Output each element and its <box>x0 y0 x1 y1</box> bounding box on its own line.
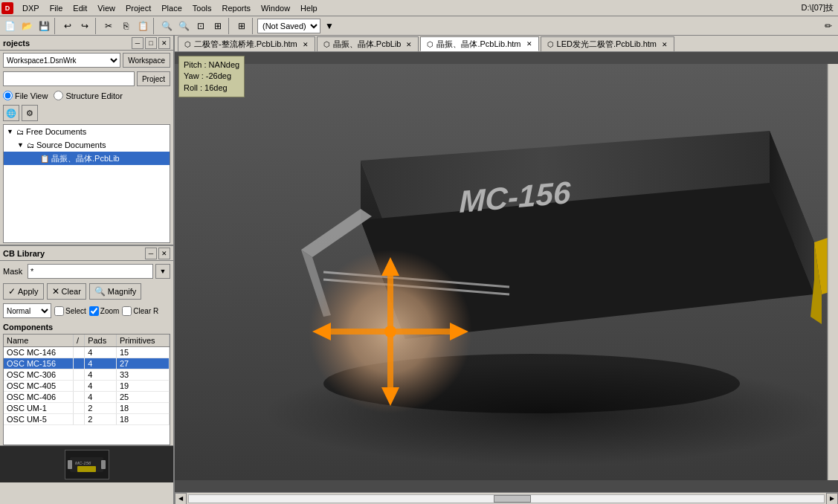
table-row[interactable]: OSC MC-146415 <box>4 347 170 358</box>
select-checkbox[interactable] <box>54 306 64 316</box>
3d-viewport[interactable]: Pitch : NANdeg Yaw : -26deg Roll : 16deg <box>175 52 838 492</box>
zoom-check-label[interactable]: Zoom <box>89 306 120 316</box>
tb-not-saved-select[interactable]: (Not Saved) <box>257 19 320 33</box>
main-area: rojects ─ □ ✕ Workspace1.DsnWrk Workspac… <box>0 36 838 504</box>
cblibrary-header: CB Library ─ ✕ <box>0 246 173 261</box>
view-icon-2[interactable]: ⚙ <box>22 105 38 121</box>
tb-pencil[interactable]: ✏ <box>820 18 837 34</box>
file-view-radio[interactable]: File View <box>3 91 48 100</box>
clear-button[interactable]: ✕ Clear <box>47 283 86 300</box>
tb-sep-1 <box>54 18 57 34</box>
menu-project[interactable]: Project <box>121 2 155 14</box>
tb-redo[interactable]: ↪ <box>77 18 93 34</box>
workspace-button[interactable]: Workspace <box>123 53 170 68</box>
tb-zoom-fit[interactable]: ⊡ <box>193 18 209 34</box>
scroll-right-btn[interactable]: ▶ <box>826 493 838 505</box>
bottom-preview: MC-156 <box>0 445 173 482</box>
menu-help[interactable]: Help <box>296 2 322 14</box>
h-scroll-track[interactable] <box>188 494 825 503</box>
components-table-container[interactable]: Name / Pads Primitives OSC MC-146415OSC … <box>3 334 170 445</box>
right-content: ⬡ 二极管-整流桥堆.PcbLib.htm ✕ ⬡ 晶振、晶体.PcbLib ✕… <box>175 36 838 504</box>
pitch-overlay: Pitch : NANdeg Yaw : -26deg Roll : 16deg <box>178 56 245 97</box>
panel-maximize-btn[interactable]: □ <box>145 37 157 49</box>
tab-close-3[interactable]: ✕ <box>662 41 668 48</box>
tb-grid[interactable]: ⊞ <box>233 18 250 34</box>
clear-r-checkbox[interactable] <box>122 306 132 316</box>
app-logo: D <box>1 2 13 14</box>
cblibrary-minimize-btn[interactable]: ─ <box>145 248 157 259</box>
tab-1[interactable]: ⬡ 晶振、晶体.PcbLib ✕ <box>317 36 419 51</box>
col-sort[interactable]: / <box>74 335 85 347</box>
scroll-left-btn[interactable]: ◀ <box>175 493 187 505</box>
project-input[interactable] <box>3 71 135 86</box>
workspace-select[interactable]: Workspace1.DsnWrk <box>3 53 120 68</box>
tab-label-3: LED发光二极管.PcbLib.htm <box>557 39 657 50</box>
clear-r-check-text: Clear R <box>133 307 158 315</box>
tab-0[interactable]: ⬡ 二极管-整流桥堆.PcbLib.htm ✕ <box>178 36 315 51</box>
tb-dropdown[interactable]: ▼ <box>321 18 338 34</box>
file-tree[interactable]: ▼ 🗂 Free Documents ▼ 🗂 Source Documents … <box>3 124 170 243</box>
clear-r-check-label[interactable]: Clear R <box>122 306 158 316</box>
tab-3[interactable]: ⬡ LED发光二极管.PcbLib.htm ✕ <box>541 36 674 51</box>
menu-place[interactable]: Place <box>157 2 187 14</box>
tab-icon-0: ⬡ <box>184 40 191 48</box>
tb-copy[interactable]: ⎘ <box>117 18 134 34</box>
tab-close-0[interactable]: ✕ <box>303 41 309 48</box>
menu-edit[interactable]: Edit <box>68 2 91 14</box>
structure-editor-radio[interactable]: Structure Editor <box>54 91 122 100</box>
project-row: Project <box>0 70 173 88</box>
mask-dropdown-btn[interactable]: ▼ <box>155 264 170 279</box>
menu-window[interactable]: Window <box>257 2 294 14</box>
select-check-label[interactable]: Select <box>54 306 86 316</box>
tab-label-0: 二极管-整流桥堆.PcbLib.htm <box>194 39 297 50</box>
tb-save[interactable]: 💾 <box>36 18 52 34</box>
panel-minimize-btn[interactable]: ─ <box>132 37 144 49</box>
table-row[interactable]: OSC UM-5218 <box>4 414 170 425</box>
tb-cut[interactable]: ✂ <box>100 18 117 34</box>
view-icon-1[interactable]: 🌐 <box>3 105 19 121</box>
normal-select[interactable]: Normal <box>3 303 51 318</box>
tab-close-2[interactable]: ✕ <box>526 40 532 48</box>
table-row[interactable]: OSC UM-1218 <box>4 403 170 414</box>
tab-2[interactable]: ⬡ 晶振、晶体.PcbLib.htm ✕ <box>420 36 538 51</box>
col-primitives[interactable]: Primitives <box>116 335 169 347</box>
project-button[interactable]: Project <box>137 71 170 86</box>
tb-paste[interactable]: 📋 <box>135 18 151 34</box>
svg-rect-1 <box>68 460 72 469</box>
table-row[interactable]: OSC MC-306433 <box>4 369 170 381</box>
tb-undo[interactable]: ↩ <box>59 18 76 34</box>
tb-zoom-out[interactable]: 🔍 <box>158 18 175 34</box>
apply-button[interactable]: ✓ Apply <box>3 283 44 300</box>
table-row[interactable]: OSC MC-156427 <box>4 358 170 369</box>
cblibrary-close-btn[interactable]: ✕ <box>158 248 170 259</box>
menu-file[interactable]: File <box>45 2 68 14</box>
menu-dxp[interactable]: DXP <box>18 2 44 14</box>
3d-scene-svg: MC-156 <box>175 52 838 492</box>
magnify-icon: 🔍 <box>94 286 106 297</box>
panel-close-btn[interactable]: ✕ <box>158 37 170 49</box>
tree-arrow-source-docs: ▼ <box>17 141 25 149</box>
mask-input[interactable] <box>28 264 153 279</box>
tb-new[interactable]: 📄 <box>1 18 18 34</box>
menu-view[interactable]: View <box>93 2 120 14</box>
menu-tools[interactable]: Tools <box>188 2 216 14</box>
h-scroll-thumb[interactable] <box>494 495 531 503</box>
table-row[interactable]: OSC MC-406425 <box>4 392 170 403</box>
tb-open[interactable]: 📂 <box>19 18 35 34</box>
zoom-checkbox[interactable] <box>89 306 99 316</box>
svg-rect-27 <box>828 64 838 480</box>
col-pads[interactable]: Pads <box>85 335 117 347</box>
col-name[interactable]: Name <box>4 335 74 347</box>
tree-pcblib-file[interactable]: 📋 晶振、晶体.PcbLib <box>4 152 170 165</box>
projects-panel-header: rojects ─ □ ✕ <box>0 36 173 51</box>
menu-reports[interactable]: Reports <box>217 2 255 14</box>
tb-zoom-sel[interactable]: ⊞ <box>210 18 226 34</box>
tree-label-pcblib: 晶振、晶体.PcbLib <box>51 153 120 164</box>
tree-source-documents[interactable]: ▼ 🗂 Source Documents <box>4 138 170 152</box>
tb-zoom-in[interactable]: 🔍 <box>175 18 192 34</box>
tree-free-documents[interactable]: ▼ 🗂 Free Documents <box>4 125 170 138</box>
magnify-button[interactable]: 🔍 Magnify <box>89 283 142 300</box>
tab-close-1[interactable]: ✕ <box>406 41 412 48</box>
table-row[interactable]: OSC MC-405419 <box>4 381 170 392</box>
clear-icon: ✕ <box>52 286 59 297</box>
